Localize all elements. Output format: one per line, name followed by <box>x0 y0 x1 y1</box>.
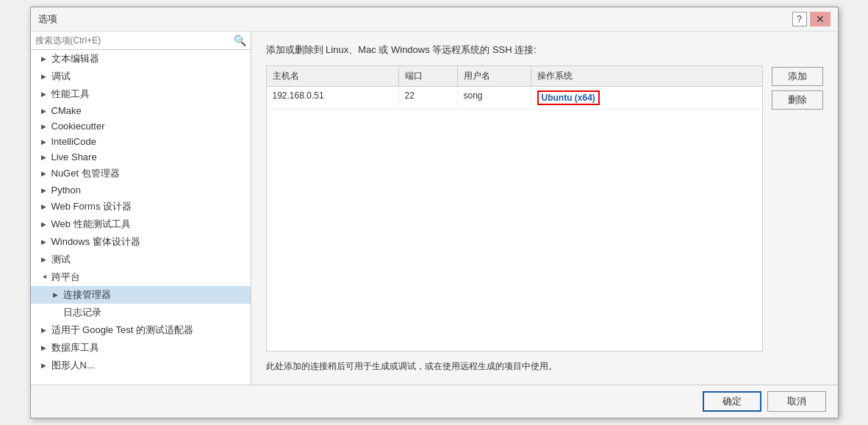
col-hostname: 主机名 <box>267 66 399 86</box>
tree-item-windows-forms[interactable]: ▶Windows 窗体设计器 <box>31 233 251 251</box>
tree-label-cross-platform: 跨平台 <box>51 271 80 284</box>
left-panel: 🔍 ▶文本编辑器▶调试▶性能工具▶CMake▶Cookiecutter▶Inte… <box>31 32 251 385</box>
tree-item-more[interactable]: ▶图形人N... <box>31 357 251 374</box>
tree-item-text-editor[interactable]: ▶文本编辑器 <box>31 50 251 68</box>
tree-label-web-perf: Web 性能测试工具 <box>51 218 131 231</box>
tree-arrow-web-perf: ▶ <box>41 221 49 228</box>
tree-arrow-cross-platform: ▼ <box>41 274 49 281</box>
tree-arrow-perf-tools: ▶ <box>41 90 49 98</box>
tree-label-connection-manager: 连接管理器 <box>63 288 111 301</box>
tree-arrow-test: ▶ <box>41 256 49 263</box>
search-bar: 🔍 <box>31 32 251 50</box>
tree-arrow-debug: ▶ <box>41 73 49 80</box>
table-header: 主机名 端口 用户名 操作系统 <box>267 66 762 87</box>
tree-item-cookiecutter[interactable]: ▶Cookiecutter <box>31 118 251 134</box>
tree-container: ▶文本编辑器▶调试▶性能工具▶CMake▶Cookiecutter▶Intell… <box>31 50 251 385</box>
os-value: Ubuntu (x64) <box>537 90 600 105</box>
tree-item-connection-manager[interactable]: ▶连接管理器 <box>31 286 251 304</box>
tree-arrow-db-tools: ▶ <box>41 344 49 351</box>
tree-label-windows-forms: Windows 窗体设计器 <box>51 235 140 249</box>
tree-label-perf-tools: 性能工具 <box>51 88 90 101</box>
tree-arrow-more: ▶ <box>41 362 49 369</box>
action-buttons: 添加 删除 <box>772 65 823 351</box>
tree-item-perf-tools[interactable]: ▶性能工具 <box>31 85 251 103</box>
search-icon: 🔍 <box>234 35 246 46</box>
options-dialog: 选项 ? ✕ 🔍 ▶文本编辑器▶调试▶性能工具▶CMake▶Cookiecutt… <box>30 7 839 418</box>
tree-item-debug[interactable]: ▶调试 <box>31 68 251 85</box>
dialog-body: 🔍 ▶文本编辑器▶调试▶性能工具▶CMake▶Cookiecutter▶Inte… <box>31 32 838 385</box>
dialog-title: 选项 <box>38 12 57 26</box>
tree-arrow-web-forms: ▶ <box>41 203 49 210</box>
search-input[interactable] <box>35 35 231 46</box>
tree-item-cmake[interactable]: ▶CMake <box>31 103 251 118</box>
tree-item-python[interactable]: ▶Python <box>31 182 251 198</box>
table-section: 主机名 端口 用户名 操作系统 192.168.0.5122songUbuntu… <box>266 65 763 351</box>
tree-label-google-test: 适用于 Google Test 的测试适配器 <box>51 324 193 337</box>
tree-arrow-intellicode: ▶ <box>41 138 49 146</box>
add-button[interactable]: 添加 <box>772 67 823 86</box>
right-panel: 添加或删除到 Linux、Mac 或 Windows 等远程系统的 SSH 连接… <box>251 32 838 385</box>
tree-label-db-tools: 数据库工具 <box>51 341 99 354</box>
section-title: 添加或删除到 Linux、Mac 或 Windows 等远程系统的 SSH 连接… <box>266 43 823 57</box>
tree-label-live-share: Live Share <box>51 151 97 162</box>
delete-button[interactable]: 删除 <box>772 90 823 110</box>
col-os: 操作系统 <box>531 66 693 86</box>
tree-item-live-share[interactable]: ▶Live Share <box>31 149 251 165</box>
tree-item-test[interactable]: ▶测试 <box>31 251 251 268</box>
tree-item-intellicode[interactable]: ▶IntelliCode <box>31 134 251 149</box>
tree-label-intellicode: IntelliCode <box>51 136 96 147</box>
tree-arrow-google-test: ▶ <box>41 326 49 334</box>
tree-arrow-windows-forms: ▶ <box>41 238 49 246</box>
tree-label-debug: 调试 <box>51 70 71 83</box>
tree-item-nuget[interactable]: ▶NuGet 包管理器 <box>31 165 251 182</box>
tree-label-text-editor: 文本编辑器 <box>51 52 99 65</box>
tree-item-cross-platform[interactable]: ▼跨平台 <box>31 268 251 286</box>
tree-arrow-cookiecutter: ▶ <box>41 123 49 130</box>
cancel-button[interactable]: 取消 <box>767 391 826 412</box>
content-area: 主机名 端口 用户名 操作系统 192.168.0.5122songUbuntu… <box>266 65 823 351</box>
tree-arrow-nuget: ▶ <box>41 170 49 177</box>
tree-label-more: 图形人N... <box>51 359 95 372</box>
tree-arrow-live-share: ▶ <box>41 154 49 161</box>
title-bar: 选项 ? ✕ <box>31 7 838 32</box>
tree-label-cookiecutter: Cookiecutter <box>51 121 105 132</box>
table-body: 192.168.0.5122songUbuntu (x64) <box>267 87 762 351</box>
dialog-footer: 确定 取消 <box>31 385 838 418</box>
tree-arrow-python: ▶ <box>41 187 49 194</box>
tree-item-db-tools[interactable]: ▶数据库工具 <box>31 339 251 357</box>
col-username: 用户名 <box>458 66 531 86</box>
tree-item-google-test[interactable]: ▶适用于 Google Test 的测试适配器 <box>31 321 251 339</box>
tree-arrow-connection-manager: ▶ <box>53 291 60 299</box>
tree-label-cmake: CMake <box>51 105 82 116</box>
tree-item-web-perf[interactable]: ▶Web 性能测试工具 <box>31 215 251 233</box>
tree-arrow-text-editor: ▶ <box>41 55 49 63</box>
tree-item-log[interactable]: 日志记录 <box>31 304 251 321</box>
col-port: 端口 <box>399 66 458 86</box>
tree-label-nuget: NuGet 包管理器 <box>51 167 120 180</box>
tree-label-web-forms: Web Forms 设计器 <box>51 200 132 213</box>
close-button[interactable]: ✕ <box>810 12 831 26</box>
footer-note: 此处添加的连接稍后可用于生成或调试，或在使用远程生成的项目中使用。 <box>266 360 823 373</box>
title-bar-left: 选项 <box>38 12 57 26</box>
tree-label-test: 测试 <box>51 253 71 266</box>
table-row[interactable]: 192.168.0.5122songUbuntu (x64) <box>267 87 762 110</box>
tree-arrow-cmake: ▶ <box>41 107 49 115</box>
tree-label-log: 日志记录 <box>63 306 101 319</box>
help-button[interactable]: ? <box>792 12 807 26</box>
tree-item-web-forms[interactable]: ▶Web Forms 设计器 <box>31 198 251 215</box>
data-table: 主机名 端口 用户名 操作系统 192.168.0.5122songUbuntu… <box>266 65 763 351</box>
confirm-button[interactable]: 确定 <box>703 391 761 412</box>
tree-label-python: Python <box>51 185 81 196</box>
